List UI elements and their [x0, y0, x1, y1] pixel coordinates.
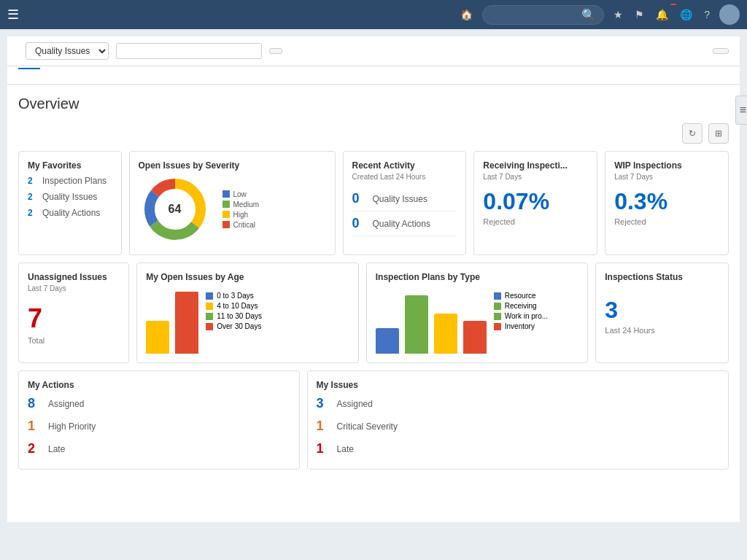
open-issues-title: Open Issues by Severity	[139, 160, 326, 171]
wip-title: WIP Inspections	[614, 160, 719, 171]
activity-item-0[interactable]: 0 Quality Issues	[352, 187, 457, 211]
search-type-select[interactable]: Quality Issues	[26, 42, 109, 60]
ip-legend: Resource Receiving Work in pro... Invent…	[494, 292, 548, 330]
age-legend-3: Over 30 Days	[206, 322, 262, 330]
wip-subtitle: Last 7 Days	[614, 173, 719, 181]
wip-value: 0.3%	[614, 188, 719, 215]
favorites-widget: My Favorites 2 Inspection Plans 2 Qualit…	[18, 151, 122, 255]
search-bar: Quality Issues	[7, 36, 740, 66]
add-button[interactable]	[713, 48, 729, 54]
fav-count-1: 2	[28, 192, 36, 202]
wip-label: Rejected	[614, 217, 719, 226]
menu-icon[interactable]: ☰	[7, 7, 19, 23]
favorites-title: My Favorites	[28, 160, 112, 171]
activity-label-0: Quality Issues	[373, 194, 427, 204]
ip-legend-2: Work in pro...	[494, 312, 548, 320]
action-item-2[interactable]: 2 Late	[28, 438, 290, 460]
top-navigation: ☰ 🏠 🔍 ★ ⚑ 🔔 🌐 ?	[0, 0, 747, 29]
globe-icon[interactable]: 🌐	[680, 9, 692, 20]
bar-1	[175, 292, 198, 354]
tab-overview[interactable]	[18, 68, 40, 81]
inspections-status-label: Last 24 Hours	[605, 326, 719, 335]
legend-label: Critical	[233, 221, 256, 229]
action-count-0: 8	[28, 396, 42, 411]
legend-label: Medium	[233, 201, 260, 209]
legend-item: Critical	[222, 221, 260, 229]
legend-dot	[222, 201, 230, 208]
legend-item: High	[222, 211, 260, 219]
fav-item-1[interactable]: 2 Quality Issues	[28, 189, 112, 205]
my-actions-widget: My Actions 8 Assigned 1 High Priority 2 …	[18, 370, 300, 470]
unassigned-subtitle: Last 7 Days	[28, 284, 120, 292]
nav-search-box[interactable]: 🔍	[482, 5, 604, 25]
favorites-icon[interactable]: ★	[614, 9, 623, 20]
receiving-label: Rejected	[483, 217, 588, 226]
bell-icon[interactable]: 🔔	[656, 9, 668, 20]
search-text-input[interactable]	[116, 43, 262, 59]
activity-label-1: Quality Actions	[373, 219, 430, 229]
search-submit-button[interactable]	[269, 48, 282, 54]
my-issues-widget: My Issues 3 Assigned 1 Critical Severity…	[307, 370, 729, 470]
inspection-plans-content: Resource Receiving Work in pro... Invent…	[376, 288, 579, 354]
donut-center-value: 64	[169, 203, 182, 216]
sidebar-toggle[interactable]: ≡	[735, 96, 747, 125]
recent-activity-widget: Recent Activity Created Last 24 Hours 0 …	[343, 151, 467, 255]
refresh-button[interactable]: ↻	[682, 123, 703, 144]
action-label-2: Late	[48, 444, 65, 454]
tab-bar	[7, 66, 740, 85]
bar-chart	[146, 288, 198, 354]
legend-label: Low	[233, 190, 247, 198]
flag-icon[interactable]: ⚑	[635, 9, 644, 20]
activity-count-1: 0	[352, 216, 367, 231]
donut-chart: 64	[139, 173, 212, 246]
open-issues-age-widget: My Open Issues by Age 0 to 3 Days 4 to 1…	[136, 262, 359, 363]
age-legend: 0 to 3 Days 4 to 10 Days 11 to 30 Days O…	[206, 292, 262, 330]
notifications-wrapper[interactable]: 🔔	[654, 8, 670, 21]
unassigned-label: Total	[28, 336, 120, 345]
inspection-plans-widget: Inspection Plans by Type Resource Receiv…	[366, 262, 589, 363]
issue-item-0[interactable]: 3 Assigned	[317, 392, 719, 415]
issue-label-0: Assigned	[337, 399, 373, 409]
age-legend-0: 0 to 3 Days	[206, 292, 262, 300]
home-icon[interactable]: 🏠	[460, 9, 473, 20]
fav-count-2: 2	[28, 208, 36, 218]
legend-item: Medium	[222, 201, 260, 209]
widget-row-2: Unassigned Issues Last 7 Days 7 Total My…	[18, 262, 729, 363]
inspection-bar-chart	[376, 288, 487, 354]
ibar-1	[405, 295, 428, 354]
inspections-status-widget: Inspections Status 3 Last 24 Hours	[595, 262, 729, 363]
ibar-0	[376, 328, 399, 354]
avatar[interactable]	[719, 4, 740, 25]
ip-legend-0: Resource	[494, 292, 548, 300]
my-issues-title: My Issues	[317, 380, 719, 390]
grid-button[interactable]: ⊞	[708, 123, 729, 144]
recent-activity-subtitle: Created Last 24 Hours	[352, 173, 457, 181]
age-legend-2: 11 to 30 Days	[206, 312, 262, 320]
legend-item: Low	[222, 190, 260, 198]
issue-label-2: Late	[337, 444, 354, 454]
unassigned-value: 7	[28, 303, 120, 334]
wip-inspections-widget: WIP Inspections Last 7 Days 0.3% Rejecte…	[605, 151, 729, 255]
fav-label-2: Quality Actions	[42, 208, 100, 218]
action-item-1[interactable]: 1 High Priority	[28, 415, 290, 438]
activity-item-1[interactable]: 0 Quality Actions	[352, 211, 457, 236]
ip-legend-3: Inventory	[494, 322, 548, 330]
donut-container: 64 Low Medium High	[139, 173, 326, 246]
recent-activity-title: Recent Activity	[352, 160, 457, 171]
activity-count-0: 0	[352, 191, 367, 206]
legend-dot	[222, 221, 230, 228]
action-item-0[interactable]: 8 Assigned	[28, 392, 290, 415]
receiving-title: Receiving Inspecti...	[483, 160, 588, 171]
issue-item-2[interactable]: 1 Late	[317, 438, 719, 460]
action-count-2: 2	[28, 441, 42, 456]
help-icon[interactable]: ?	[704, 9, 710, 20]
notification-badge	[670, 4, 676, 5]
nav-search-input[interactable]	[490, 9, 578, 20]
receiving-subtitle: Last 7 Days	[483, 173, 588, 181]
my-actions-title: My Actions	[28, 380, 290, 390]
fav-item-2[interactable]: 2 Quality Actions	[28, 205, 112, 221]
nav-search-icon[interactable]: 🔍	[581, 8, 596, 22]
issue-item-1[interactable]: 1 Critical Severity	[317, 415, 719, 438]
legend-dot	[222, 211, 230, 218]
fav-item-0[interactable]: 2 Inspection Plans	[28, 173, 112, 189]
